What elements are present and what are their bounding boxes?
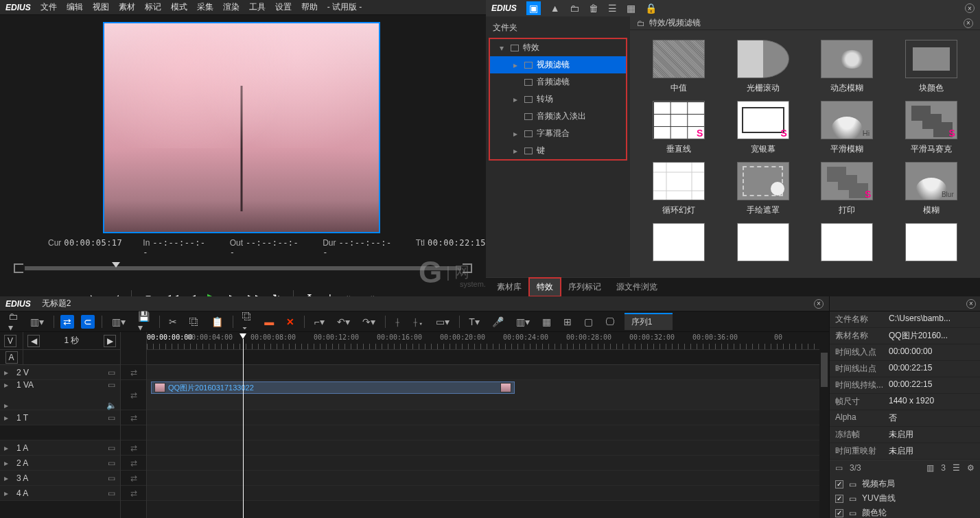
tab-markers[interactable]: 序列标记: [561, 279, 608, 296]
ttl-tc[interactable]: 00:00:22:15: [428, 238, 486, 248]
tl-delete-button[interactable]: ✕: [283, 315, 297, 329]
tl-trim-in-button[interactable]: ⌐▾: [311, 315, 327, 329]
tab-effects[interactable]: 特效: [530, 279, 560, 296]
menu-edit[interactable]: 编辑: [67, 1, 83, 13]
track-expand-icon[interactable]: ▸: [4, 368, 11, 377]
gutter-cell[interactable]: ⇄: [121, 486, 146, 501]
track-lane-6[interactable]: [147, 471, 829, 486]
tl-title-button[interactable]: T▾: [466, 315, 482, 329]
fx-item-2[interactable]: 动态模糊: [808, 40, 887, 94]
fx-item-9[interactable]: 手绘遮罩: [724, 162, 803, 216]
tab-browser[interactable]: 源文件浏览: [609, 279, 664, 296]
track-expand-icon[interactable]: ▸: [4, 413, 11, 423]
track-head-0[interactable]: ▸2 V▭: [0, 365, 120, 380]
track-lane-5[interactable]: [147, 456, 829, 471]
list-icon[interactable]: ☰: [953, 463, 960, 473]
menu-file[interactable]: 文件: [40, 1, 57, 13]
list-view-icon[interactable]: ☰: [608, 3, 617, 14]
fx-item-3[interactable]: 块颜色: [892, 40, 971, 94]
in-tc[interactable]: --:--:--:--: [143, 238, 205, 257]
track-head-3[interactable]: [0, 425, 120, 440]
timeline-ruler[interactable]: 00:00:00:0000:00:04:0000:00:08:0000:00:1…: [147, 332, 829, 350]
clip[interactable]: QQ图片20160317133022: [151, 381, 515, 394]
fx-item-15[interactable]: [892, 223, 971, 266]
track-expand-icon[interactable]: ▸: [4, 443, 11, 453]
fx-item-0[interactable]: 中值: [640, 40, 719, 94]
patch-v-button[interactable]: V: [4, 335, 16, 347]
track-lane-7[interactable]: [147, 486, 829, 501]
fx-item-12[interactable]: [640, 223, 719, 266]
tl-ripple-delete-button[interactable]: ▬: [261, 315, 277, 329]
gutter-cell[interactable]: ⇄: [121, 456, 146, 471]
checkbox-icon[interactable]: ✓: [835, 509, 843, 517]
up-icon[interactable]: ▲: [550, 3, 560, 14]
timeline-tracks-area[interactable]: 00:00:00:0000:00:04:0000:00:08:0000:00:1…: [147, 332, 829, 518]
track-lane-1[interactable]: QQ图片20160317133022: [147, 380, 829, 410]
patch-a-button[interactable]: A: [5, 351, 18, 364]
track-expand2-icon[interactable]: ▸: [4, 401, 11, 410]
tree-item-4[interactable]: 音频淡入淡出: [490, 108, 626, 125]
info-check-0[interactable]: ✓▭视频布局: [835, 477, 975, 491]
info-close-button[interactable]: ×: [966, 299, 976, 309]
playhead[interactable]: [243, 339, 244, 518]
grid-view-icon[interactable]: ▦: [627, 3, 635, 14]
track-head-7[interactable]: ▸4 A▭: [0, 486, 120, 501]
zoom-next-button[interactable]: ▶: [104, 335, 116, 347]
tl-undo-button[interactable]: ↶▾: [334, 315, 353, 329]
track-expand-icon[interactable]: ▸: [4, 458, 11, 468]
tl-snap-button[interactable]: ⊞: [561, 315, 574, 329]
track-film-icon[interactable]: ▭: [106, 443, 116, 453]
tl-insert-mode-button[interactable]: ⇄: [60, 315, 74, 329]
zoom-select[interactable]: 1 秒: [45, 335, 98, 346]
tl-replace-button[interactable]: ⿻▾: [240, 309, 255, 334]
cur-tc[interactable]: 00:00:05:17: [64, 238, 122, 248]
tl-default-trans-button[interactable]: ▭▾: [433, 315, 452, 329]
zoom-prev-button[interactable]: ◀: [27, 335, 40, 347]
effects-close-button[interactable]: ×: [965, 3, 975, 13]
fx-item-4[interactable]: 垂直线: [640, 101, 719, 155]
settings-icon[interactable]: ⚙: [967, 463, 975, 473]
folder-icon[interactable]: ▣: [526, 1, 541, 15]
menu-tools[interactable]: 工具: [249, 1, 266, 13]
menu-clip[interactable]: 素材: [119, 1, 135, 13]
fx-item-10[interactable]: 打印: [808, 162, 887, 216]
fx-item-11[interactable]: 模糊: [892, 162, 971, 216]
tl-cut-button[interactable]: ✂: [166, 315, 180, 329]
tree-item-2[interactable]: 音频滤镜: [490, 73, 626, 91]
track-head-4[interactable]: ▸1 A▭: [0, 440, 120, 456]
tl-new-button[interactable]: ▥▾: [27, 315, 47, 329]
menu-help[interactable]: 帮助: [301, 1, 318, 13]
gutter-cell[interactable]: ⇄: [121, 440, 146, 456]
fx-item-13[interactable]: [724, 223, 803, 266]
tab-bin[interactable]: 素材库: [490, 279, 528, 296]
menu-render[interactable]: 渲染: [223, 1, 240, 13]
folder-nav-icon[interactable]: 🗀: [570, 3, 579, 14]
track-lane-0[interactable]: [147, 365, 829, 380]
tree-item-3[interactable]: ▸转场: [490, 91, 626, 108]
track-expand-icon[interactable]: ▸: [4, 488, 11, 498]
tree-item-5[interactable]: ▸字幕混合: [490, 125, 626, 142]
track-film-icon[interactable]: ▭: [106, 380, 116, 390]
tl-razor-button[interactable]: ⟊: [392, 315, 403, 329]
tree-item-1[interactable]: ▸视频滤镜: [490, 56, 626, 73]
tl-mic-button[interactable]: 🎤: [489, 315, 506, 329]
gutter-cell[interactable]: [121, 425, 146, 440]
fx-item-14[interactable]: [808, 223, 887, 266]
gutter-cell[interactable]: ⇄: [121, 471, 146, 486]
menu-mode[interactable]: 模式: [171, 1, 187, 13]
lock-icon[interactable]: 🔒: [645, 3, 657, 14]
track-lane-4[interactable]: [147, 440, 829, 456]
track-lane-3[interactable]: [147, 425, 829, 440]
in-bracket-icon[interactable]: [14, 263, 23, 273]
timeline-close-button[interactable]: ×: [814, 299, 824, 309]
scrub-handle[interactable]: [112, 262, 120, 268]
effects-grid-close-button[interactable]: ×: [964, 19, 973, 28]
track-audio-icon[interactable]: 🔈: [106, 401, 116, 410]
fx-item-8[interactable]: 循环幻灯: [640, 162, 719, 216]
checkbox-icon[interactable]: ✓: [835, 495, 843, 503]
tl-output-button[interactable]: 🖵: [603, 315, 618, 329]
fx-item-6[interactable]: 平滑模糊: [808, 101, 887, 155]
menu-capture[interactable]: 采集: [197, 1, 213, 13]
menu-marker[interactable]: 标记: [145, 1, 161, 13]
track-film-icon[interactable]: ▭: [106, 413, 116, 423]
